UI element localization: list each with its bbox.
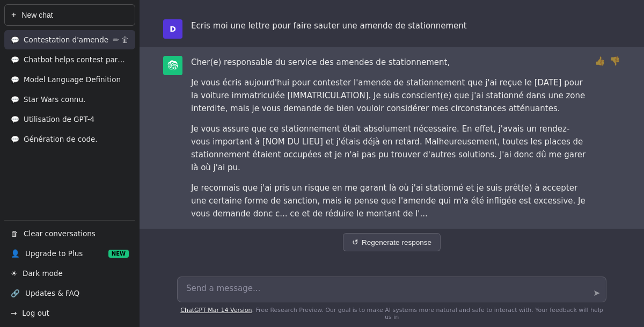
- input-wrapper: ➤: [177, 277, 606, 304]
- user-message-content: Ecris moi une lettre pour faire sauter u…: [191, 19, 620, 39]
- chat-list: Contestation d'amende ✏ 🗑 Chatbot helps …: [4, 30, 135, 217]
- chat-icon: [11, 135, 19, 143]
- clear-conversations-button[interactable]: 🗑 Clear conversations: [4, 224, 135, 243]
- sidebar-bottom: 🗑 Clear conversations 👤 Upgrade to Plus …: [4, 224, 135, 323]
- new-chat-label: New chat: [21, 11, 53, 19]
- user-icon: 👤: [11, 249, 20, 258]
- chat-item-label: Star Wars connu.: [24, 95, 129, 104]
- chat-icon: [11, 75, 19, 84]
- footer-text: ChatGPT Mar 14 Version. Free Research Pr…: [177, 304, 606, 324]
- user-avatar: D: [163, 19, 182, 39]
- delete-icon[interactable]: 🗑: [121, 35, 129, 44]
- trash-icon: 🗑: [11, 229, 18, 238]
- footer-suffix: . Free Research Preview. Our goal is to …: [252, 307, 603, 321]
- input-area: ➤ ChatGPT Mar 14 Version. Free Research …: [140, 271, 644, 327]
- sidebar: New chat Contestation d'amende ✏ 🗑 Chatb…: [0, 0, 140, 327]
- chat-item-gpt4[interactable]: Utilisation de GPT-4: [4, 110, 135, 129]
- dark-mode-button[interactable]: ☀ Dark mode: [4, 264, 135, 283]
- ai-paragraph-3: Je vous assure que ce stationnement étai…: [191, 122, 586, 174]
- footer-link[interactable]: ChatGPT Mar 14 Version: [180, 307, 252, 314]
- user-message-row: D Ecris moi une lettre pour faire sauter…: [150, 11, 633, 47]
- ai-message-actions: 👍 👎: [595, 56, 620, 220]
- thumbs-down-icon[interactable]: 👎: [610, 56, 620, 66]
- ai-paragraph-2: Je vous écris aujourd'hui pour contester…: [191, 76, 586, 115]
- chat-item-chatbot-parking[interactable]: Chatbot helps contest parking: [4, 50, 135, 69]
- ai-message-wrap: Cher(e) responsable du service des amend…: [140, 47, 644, 229]
- upgrade-to-plus-button[interactable]: 👤 Upgrade to Plus NEW: [4, 244, 135, 263]
- new-badge: NEW: [108, 250, 129, 258]
- user-message-text: Ecris moi une lettre pour faire sauter u…: [191, 19, 620, 32]
- sidebar-divider: [4, 220, 135, 221]
- link-icon: 🔗: [11, 289, 20, 297]
- clear-conversations-label: Clear conversations: [24, 229, 96, 238]
- ai-paragraph-1: Cher(e) responsable du service des amend…: [191, 56, 586, 69]
- new-chat-button[interactable]: New chat: [4, 4, 135, 26]
- regenerate-bar: ↺ Regenerate response: [140, 229, 644, 253]
- regenerate-button[interactable]: ↺ Regenerate response: [343, 233, 441, 251]
- chat-item-generation-code[interactable]: Génération de code.: [4, 129, 135, 149]
- chat-item-label: Contestation d'amende: [24, 35, 108, 44]
- chat-icon: [11, 115, 19, 123]
- ai-avatar: [163, 56, 182, 75]
- send-button[interactable]: ➤: [593, 288, 600, 298]
- updates-faq-button[interactable]: 🔗 Updates & FAQ: [4, 284, 135, 303]
- main-chat-area: D Ecris moi une lettre pour faire sauter…: [140, 0, 644, 327]
- ai-message-content: Cher(e) responsable du service des amend…: [191, 56, 586, 220]
- send-icon: ➤: [593, 288, 600, 298]
- logout-button[interactable]: → Log out: [4, 303, 135, 323]
- dark-mode-label: Dark mode: [23, 269, 63, 278]
- logout-label: Log out: [22, 309, 49, 317]
- chat-icon: [11, 95, 19, 104]
- message-input[interactable]: [177, 277, 606, 302]
- ai-message-row: Cher(e) responsable du service des amend…: [150, 47, 633, 229]
- chat-item-label: Model Language Definition: [24, 75, 129, 84]
- edit-icon[interactable]: ✏: [113, 35, 119, 44]
- chat-item-actions: ✏ 🗑: [113, 35, 129, 44]
- regenerate-label: Regenerate response: [362, 238, 431, 246]
- regenerate-icon: ↺: [352, 238, 358, 246]
- chat-icon: [11, 55, 19, 64]
- updates-label: Updates & FAQ: [25, 289, 79, 297]
- chat-item-model-language[interactable]: Model Language Definition: [4, 70, 135, 89]
- chat-item-label: Chatbot helps contest parking: [24, 55, 129, 64]
- logout-icon: →: [11, 309, 17, 317]
- chat-item-label: Génération de code.: [24, 135, 129, 143]
- plus-icon: [11, 10, 16, 20]
- chat-item-contestation[interactable]: Contestation d'amende ✏ 🗑: [4, 30, 135, 49]
- chat-item-label: Utilisation de GPT-4: [24, 115, 129, 123]
- ai-paragraph-4: Je reconnais que j'ai pris un risque en …: [191, 181, 586, 220]
- upgrade-label: Upgrade to Plus: [25, 249, 83, 258]
- chat-item-star-wars[interactable]: Star Wars connu.: [4, 90, 135, 109]
- thumbs-up-icon[interactable]: 👍: [595, 56, 605, 66]
- chat-icon: [11, 35, 19, 44]
- chat-messages: D Ecris moi une lettre pour faire sauter…: [140, 0, 644, 271]
- sun-icon: ☀: [11, 269, 17, 278]
